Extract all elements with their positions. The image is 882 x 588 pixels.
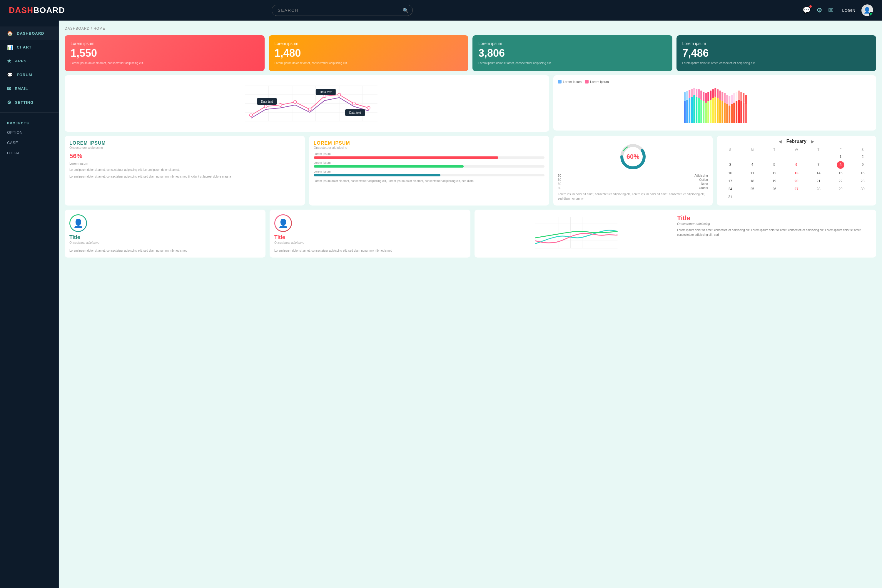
calendar-day[interactable]: 11 <box>742 170 763 177</box>
sidebar-item-dashboard[interactable]: 🏠 DASHBOARD <box>0 27 58 40</box>
calendar-day[interactable]: 20 <box>786 178 807 184</box>
sidebar-item-email[interactable]: ✉ EMAIL <box>0 82 58 96</box>
calendar-day[interactable]: 29 <box>830 186 851 193</box>
stats-grid: Lorem ipsum 1,550 Lorem ipsum dolor sit … <box>64 35 876 71</box>
middle-right: 60% 50 Adipiscing 60 Option 30 <box>553 136 876 206</box>
calendar-day[interactable]: 4 <box>742 161 763 169</box>
stat-value-0: 1,550 <box>70 47 259 59</box>
logo[interactable]: DASHBOARD <box>9 6 65 15</box>
star-icon: ★ <box>7 58 12 64</box>
login-button[interactable]: LOGIN <box>842 8 855 13</box>
calendar-day[interactable]: 24 <box>720 186 741 193</box>
bottom-chart-card: Title Onsectetuer adipiscing Lorem ipsum… <box>474 210 876 258</box>
bottom-chart-desc: Lorem ipsum dolor sit amet, consectetuer… <box>677 228 872 237</box>
profile-title-1: Title <box>69 234 80 240</box>
calendar-day[interactable]: 17 <box>720 178 741 184</box>
sidebar-label-setting: SETTING <box>15 100 33 105</box>
donut-legend-val-1: 60 <box>558 178 561 182</box>
calendar-day[interactable]: 23 <box>852 178 873 184</box>
donut-legend-label-3: Orders <box>699 186 708 190</box>
calendar-day[interactable]: 26 <box>764 186 785 193</box>
calendar-day[interactable]: 28 <box>808 186 829 193</box>
calendar-day <box>786 194 807 201</box>
bar-chart-svg-wrap: Lorem ipsum Lorem ipsum <box>558 80 872 126</box>
donut-legend-val-0: 50 <box>558 174 561 177</box>
settings-icon[interactable]: ⚙ <box>816 6 822 14</box>
calendar-day[interactable]: 25 <box>742 186 763 193</box>
calendar-day <box>742 153 763 160</box>
line-chart-area: Data text Data text Data text <box>69 80 544 127</box>
svg-rect-48 <box>710 90 711 100</box>
stat-value-3: 7,486 <box>682 47 870 59</box>
calendar-day-header: S <box>852 147 873 152</box>
calendar-day-header: W <box>786 147 807 152</box>
svg-rect-43 <box>705 103 707 123</box>
calendar-day[interactable]: 7 <box>808 161 829 169</box>
calendar-day[interactable]: 14 <box>808 170 829 177</box>
progress-label-1: Lorem ipsum <box>314 161 544 164</box>
calendar-day[interactable]: 1 <box>830 153 851 160</box>
calendar-day[interactable]: 27 <box>786 186 807 193</box>
calendar-day[interactable]: 2 <box>852 153 873 160</box>
svg-rect-39 <box>700 100 702 123</box>
stat-desc-3: Lorem ipsum dolor sit amet, consectetuer… <box>682 61 870 65</box>
calendar-prev-button[interactable]: ◀ <box>778 139 782 144</box>
main-content: DASHBOARD / HOME Lorem ipsum 1,550 Lorem… <box>59 21 882 588</box>
calendar-day[interactable]: 21 <box>808 178 829 184</box>
chat-icon[interactable]: 💬 <box>802 6 810 14</box>
chart-legend: Lorem ipsum Lorem ipsum <box>558 80 872 84</box>
calendar-day[interactable]: 12 <box>764 170 785 177</box>
calendar-day[interactable]: 18 <box>742 178 763 184</box>
stat-label-3: Lorem ipsum <box>682 41 870 46</box>
progress-label-0: Lorem ipsum <box>314 152 544 156</box>
sidebar-link-option[interactable]: OPTION <box>0 127 58 138</box>
calendar-day[interactable]: 6 <box>786 161 807 169</box>
calendar-day[interactable]: 15 <box>830 170 851 177</box>
legend-item-0: Lorem ipsum <box>558 80 582 84</box>
calendar-day <box>742 194 763 201</box>
calendar-day[interactable]: 19 <box>764 178 785 184</box>
avatar[interactable]: 👤 <box>861 4 873 16</box>
calendar-day[interactable]: 16 <box>852 170 873 177</box>
calendar-day <box>852 194 873 201</box>
calendar-day[interactable]: 30 <box>852 186 873 193</box>
profile-avatar-2: 👤 <box>274 214 292 232</box>
bottom-chart-info: Title Onsectetuer adipiscing Lorem ipsum… <box>677 214 872 253</box>
svg-rect-44 <box>705 93 707 103</box>
calendar-day[interactable]: 13 <box>786 170 807 177</box>
sidebar-link-local[interactable]: LOCAL <box>0 148 58 158</box>
calendar-day[interactable]: 31 <box>720 194 741 201</box>
sidebar-item-chart[interactable]: 📊 CHART <box>0 40 58 54</box>
sidebar-item-apps[interactable]: ★ APPS <box>0 54 58 68</box>
search-input[interactable] <box>272 5 413 16</box>
svg-point-12 <box>279 104 282 106</box>
logo-board: BOARD <box>33 6 65 15</box>
calendar-day[interactable]: 9 <box>852 161 873 169</box>
calendar-day[interactable]: 22 <box>830 178 851 184</box>
sidebar-item-forum[interactable]: 💬 FORUM <box>0 68 58 82</box>
svg-point-18 <box>367 106 370 110</box>
sidebar-item-setting[interactable]: ⚙ SETTING <box>0 96 58 110</box>
calendar-day[interactable]: 5 <box>764 161 785 169</box>
donut-legend-label-1: Option <box>699 178 708 182</box>
mail-icon[interactable]: ✉ <box>828 6 834 14</box>
svg-rect-53 <box>717 98 718 123</box>
legend-item-1: Lorem ipsum <box>585 80 609 84</box>
lorem-subtitle-2: Onsectetuer aldipiscing <box>314 146 544 149</box>
svg-rect-40 <box>700 90 702 100</box>
calendar-day[interactable]: 10 <box>720 170 741 177</box>
forum-icon: 💬 <box>7 72 13 78</box>
donut-wrap: 60% <box>558 141 708 173</box>
bottom-grid: 👤 Title Onsectetuer adipiscing Lorem ips… <box>64 210 876 258</box>
calendar-day[interactable]: 8 <box>830 161 851 169</box>
chat-badge <box>809 5 812 8</box>
profile-card-2: 👤 Title Onsectetuer adipiscing Lorem ips… <box>270 210 470 258</box>
svg-text:Data text: Data text <box>349 111 361 114</box>
calendar-next-button[interactable]: ▶ <box>811 139 814 144</box>
bar-chart-svg <box>558 86 872 124</box>
sidebar-link-case[interactable]: CASE <box>0 138 58 148</box>
stat-label-0: Lorem ipsum <box>70 41 259 46</box>
stat-card-1: Lorem ipsum 1,480 Lorem ipsum dolor sit … <box>269 35 469 71</box>
line-chart-svg: Data text Data text Data text <box>69 80 544 127</box>
calendar-day[interactable]: 3 <box>720 161 741 169</box>
